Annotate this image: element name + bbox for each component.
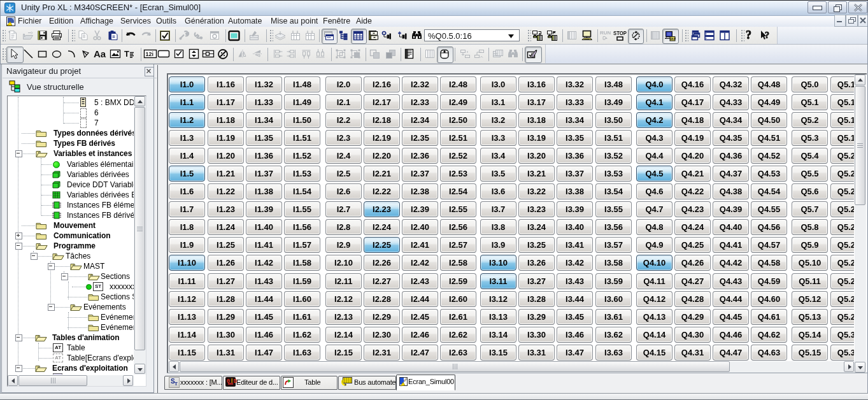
svg-text:RUN: RUN <box>600 30 611 36</box>
svg-text:T: T <box>124 49 129 59</box>
svg-text:12i: 12i <box>146 51 154 57</box>
svg-text:Aa: Aa <box>94 48 106 59</box>
svg-text:?: ? <box>746 30 751 41</box>
svg-text:?: ? <box>765 31 769 40</box>
svg-text:STOP: STOP <box>613 30 627 36</box>
svg-text:RUN: RUN <box>671 38 676 41</box>
